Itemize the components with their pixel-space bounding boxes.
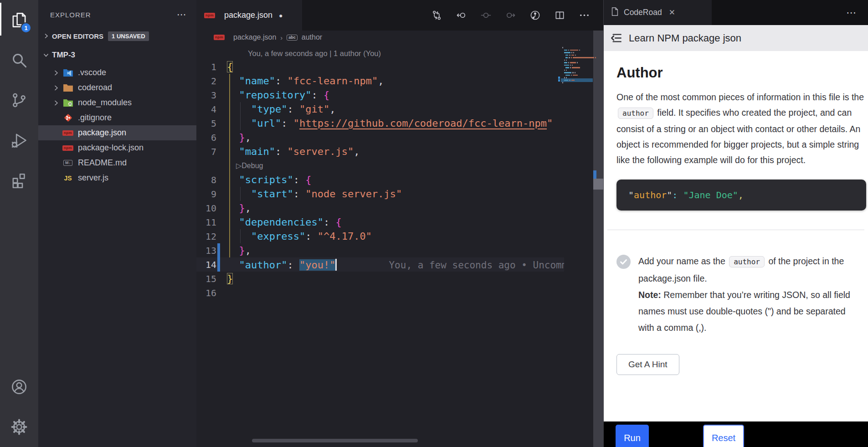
code-line-6[interactable]: 6 }, bbox=[196, 130, 564, 144]
tab-coderoad[interactable]: CodeRoad ✕ bbox=[604, 0, 712, 25]
panel-more-actions-icon[interactable]: ⋯ bbox=[846, 7, 868, 19]
minimap-segment bbox=[570, 67, 571, 68]
scrollbar-thumb[interactable] bbox=[593, 179, 603, 190]
tree-item-coderoad[interactable]: coderoad bbox=[38, 80, 196, 95]
code-token bbox=[227, 103, 251, 115]
line-number: 16 bbox=[196, 288, 216, 298]
explorer-more-actions-icon[interactable]: ⋯ bbox=[177, 9, 187, 20]
activity-item-run-debug[interactable] bbox=[0, 120, 38, 160]
unsaved-dot-icon[interactable]: ● bbox=[279, 12, 282, 19]
code-token bbox=[227, 89, 239, 101]
code-token: , bbox=[245, 245, 251, 256]
code-line-14[interactable]: 14 "author": "you!"You, a few seconds ag… bbox=[196, 257, 564, 272]
tree-item-vscode[interactable]: .vscode bbox=[38, 65, 196, 80]
code-line-4[interactable]: 4 "type": "git", bbox=[196, 102, 564, 116]
activity-item-search[interactable] bbox=[0, 40, 38, 80]
code-block-token: author bbox=[634, 190, 667, 200]
compare-changes-icon[interactable] bbox=[431, 10, 442, 21]
reset-button[interactable]: Reset bbox=[703, 425, 744, 447]
code-token: { bbox=[335, 216, 341, 228]
code-token bbox=[227, 202, 239, 214]
code-token: : bbox=[305, 231, 318, 242]
change-dim-icon[interactable] bbox=[481, 10, 491, 21]
editor-actions bbox=[431, 0, 603, 31]
tree-item-package-json[interactable]: npmpackage.json bbox=[38, 125, 196, 140]
minimap[interactable] bbox=[562, 47, 591, 87]
code-line-11[interactable]: 11 "dependencies": { bbox=[196, 215, 564, 229]
back-to-lessons-icon[interactable] bbox=[610, 32, 622, 44]
activity-item-explorer[interactable]: 1 bbox=[0, 0, 38, 40]
close-icon[interactable]: ✕ bbox=[669, 8, 675, 17]
tree-item-node-modules[interactable]: JSnode_modules bbox=[38, 95, 196, 110]
more-icon[interactable] bbox=[579, 10, 590, 21]
code-text: "repository": { bbox=[220, 89, 329, 101]
minimap-segment bbox=[573, 52, 574, 53]
coderoad-tab-label: CodeRoad bbox=[624, 8, 662, 17]
line-number: 6 bbox=[196, 132, 216, 143]
code-line-16[interactable]: 16 bbox=[196, 286, 564, 300]
code-editor[interactable]: You, a few seconds ago | 1 author (You) … bbox=[196, 47, 603, 300]
minimap-segment bbox=[568, 62, 569, 63]
coderoad-footer: Run Reset bbox=[604, 421, 868, 447]
codelens-label[interactable]: Debug bbox=[241, 162, 263, 170]
tree-item-package-lock-json[interactable]: npmpackage-lock.json bbox=[38, 140, 196, 155]
tree-item-gitignore[interactable]: .gitignore bbox=[38, 110, 196, 125]
minimap-line bbox=[562, 60, 591, 61]
minimap-segment bbox=[562, 60, 563, 61]
code-line-5[interactable]: 5 "url": "https://github.com/coderoad/fc… bbox=[196, 116, 564, 130]
breadcrumb[interactable]: npm package.json › abc author bbox=[196, 31, 603, 44]
code-token bbox=[227, 245, 239, 256]
code-token: "^4.17.0" bbox=[318, 231, 372, 242]
breadcrumb-symbol[interactable]: author bbox=[302, 33, 322, 41]
code-line-3[interactable]: 3 "repository": { bbox=[196, 88, 564, 102]
activity-item-settings[interactable] bbox=[0, 407, 38, 447]
code-line-12[interactable]: 12 "express": "^4.17.0" bbox=[196, 229, 564, 243]
minimap-segment bbox=[564, 62, 567, 63]
split-editor-icon[interactable] bbox=[555, 10, 565, 21]
minimap-line bbox=[562, 47, 591, 48]
line-number: 4 bbox=[196, 104, 216, 115]
activity-item-account[interactable] bbox=[0, 367, 38, 407]
timeline-icon[interactable] bbox=[530, 10, 540, 21]
scrollbar-track[interactable] bbox=[593, 31, 603, 447]
next-change-icon[interactable] bbox=[505, 10, 516, 21]
code-block-token: " bbox=[628, 190, 634, 200]
code-line-8[interactable]: 8 "scripts": { bbox=[196, 173, 564, 187]
previous-change-icon[interactable] bbox=[456, 10, 467, 21]
divider bbox=[607, 230, 864, 230]
code-line-7[interactable]: 7 "main": "server.js", bbox=[196, 144, 564, 159]
code-token bbox=[227, 216, 239, 228]
minimap-segment bbox=[564, 60, 565, 61]
codelens-row[interactable]: ▷ Debug bbox=[196, 159, 564, 173]
code-text: "url": "https://github.com/coderoad/fcc-… bbox=[220, 118, 553, 129]
code-text: "author": "you!"You, a few seconds ago •… bbox=[220, 259, 564, 271]
code-token: "express" bbox=[251, 231, 305, 242]
get-a-hint-button[interactable]: Get A Hint bbox=[616, 354, 679, 375]
code-line-2[interactable]: 2 "name": "fcc-learn-npm", bbox=[196, 74, 564, 88]
code-line-15[interactable]: 15} bbox=[196, 272, 564, 286]
minimap-line bbox=[562, 85, 591, 86]
code-line-1[interactable]: 1{ bbox=[196, 60, 564, 74]
open-editors-section[interactable]: OPEN EDITORS 1 UNSAVED bbox=[38, 28, 196, 44]
code-line-9[interactable]: 9 "start": "node server.js" bbox=[196, 187, 564, 201]
workspace-header[interactable]: TMP-3 bbox=[38, 47, 196, 63]
minimap-segment bbox=[562, 75, 565, 76]
activity-item-extensions[interactable] bbox=[0, 160, 38, 200]
code-block-token: : bbox=[672, 190, 683, 200]
horizontal-scrollbar[interactable] bbox=[252, 439, 418, 442]
lesson-heading: Author bbox=[616, 65, 855, 81]
code-token: "name" bbox=[239, 75, 275, 87]
activity-item-source-control[interactable] bbox=[0, 80, 38, 120]
tab-package-json[interactable]: npm package.json ● bbox=[196, 0, 302, 31]
code-line-10[interactable]: 10 }, bbox=[196, 201, 564, 215]
file-tree: .vscodecoderoadJSnode_modules.gitignoren… bbox=[38, 65, 196, 185]
minimap-segment bbox=[562, 72, 563, 73]
code-token: : bbox=[287, 259, 299, 271]
breadcrumb-file[interactable]: package.json bbox=[233, 33, 276, 41]
tree-item-readme-md[interactable]: M↓README.md bbox=[38, 155, 196, 170]
run-button[interactable]: Run bbox=[616, 425, 649, 447]
tree-item-server-js[interactable]: JSserver.js bbox=[38, 170, 196, 185]
code-token: } bbox=[239, 202, 245, 214]
code-line-13[interactable]: 13 }, bbox=[196, 243, 564, 257]
gutter-marker bbox=[217, 286, 220, 300]
